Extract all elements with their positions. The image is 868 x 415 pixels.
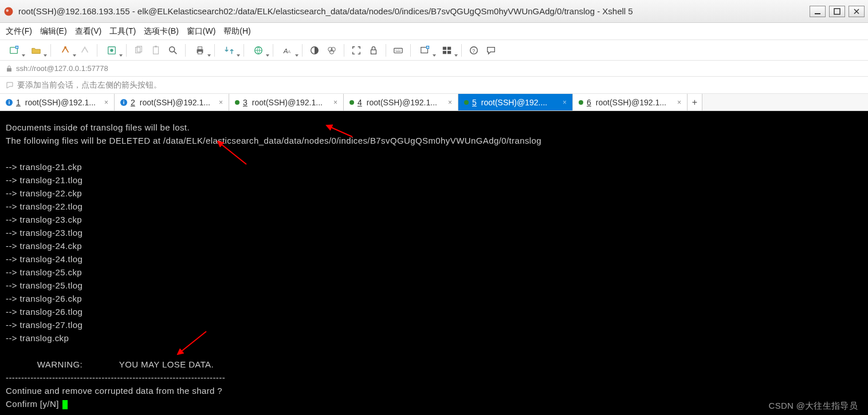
chat-icon[interactable] xyxy=(484,43,498,58)
term-line: --> translog-23.tlog xyxy=(6,228,83,238)
menu-tools[interactable]: 工具(T) xyxy=(109,26,136,37)
paste-button[interactable] xyxy=(148,43,163,58)
svg-text:A: A xyxy=(288,49,291,54)
print-button[interactable] xyxy=(190,43,210,58)
hint-bar: 要添加当前会话，点击左侧的箭头按钮。 xyxy=(0,77,868,94)
separator xyxy=(97,44,97,57)
svg-point-6 xyxy=(64,46,66,48)
info-icon: i xyxy=(120,99,127,106)
svg-rect-11 xyxy=(154,46,159,54)
lock-button[interactable] xyxy=(366,43,381,58)
separator xyxy=(50,44,51,57)
tab-close-icon[interactable]: × xyxy=(104,98,108,106)
svg-rect-3 xyxy=(834,9,840,14)
menu-edit[interactable]: 编辑(E) xyxy=(40,26,67,37)
terminal-output[interactable]: Documents inside of translog files will … xyxy=(0,111,868,415)
term-line: --> translog-26.tlog xyxy=(6,307,83,317)
svg-text:?: ? xyxy=(472,48,475,53)
svg-point-13 xyxy=(170,46,175,52)
properties-button[interactable] xyxy=(102,43,121,58)
reconnect-button[interactable] xyxy=(56,43,75,58)
window-title: root(SSH)@192.168.193.155 - elk@ELKelast… xyxy=(18,6,810,16)
menu-options[interactable]: 选项卡(B) xyxy=(144,26,179,37)
tab-close-icon[interactable]: × xyxy=(219,98,223,106)
color-scheme-button[interactable] xyxy=(307,43,322,58)
maximize-button[interactable] xyxy=(829,6,845,17)
term-line: Documents inside of translog files will … xyxy=(6,122,190,132)
tab-close-icon[interactable]: × xyxy=(563,98,567,106)
menu-view[interactable]: 查看(V) xyxy=(75,26,102,37)
tab-close-icon[interactable]: × xyxy=(333,98,337,106)
address-bar: ssh://root@127.0.0.1:57778 xyxy=(0,61,868,77)
svg-rect-24 xyxy=(371,50,376,54)
keyboard-button[interactable] xyxy=(391,43,406,58)
term-line: --> translog-25.ckp xyxy=(6,267,82,277)
term-line: --> translog-26.ckp xyxy=(6,294,82,303)
separator xyxy=(302,44,303,57)
svg-rect-28 xyxy=(443,46,446,49)
hint-text: 要添加当前会话，点击左侧的箭头按钮。 xyxy=(17,80,162,90)
session-tab-5[interactable]: 5 root(SSH)@192....× xyxy=(458,94,573,110)
title-bar: root(SSH)@192.168.193.155 - elk@ELKelast… xyxy=(0,0,868,23)
separator xyxy=(126,44,127,57)
session-tab-3[interactable]: 3 root(SSH)@192.1...× xyxy=(229,94,344,110)
arrow-hint-icon xyxy=(6,81,14,89)
tab-close-icon[interactable]: × xyxy=(677,98,681,106)
svg-rect-12 xyxy=(155,45,157,47)
separator xyxy=(243,44,244,57)
tab-label: root(SSH)@192.1... xyxy=(25,98,96,107)
tab-number: 5 xyxy=(472,98,477,107)
svg-rect-16 xyxy=(198,51,202,54)
term-line: --> translog-24.tlog xyxy=(6,254,83,264)
minimize-button[interactable] xyxy=(810,6,826,17)
info-icon: i xyxy=(6,99,13,106)
svg-point-1 xyxy=(6,9,9,12)
term-line: --> translog-27.tlog xyxy=(6,320,83,330)
disconnect-button[interactable] xyxy=(77,43,92,58)
menu-bar: 文件(F) 编辑(E) 查看(V) 工具(T) 选项卡(B) 窗口(W) 帮助(… xyxy=(0,23,868,40)
new-window-button[interactable] xyxy=(415,43,435,58)
menu-window[interactable]: 窗口(W) xyxy=(187,26,216,37)
menu-file[interactable]: 文件(F) xyxy=(6,26,32,37)
color-schemes-button[interactable] xyxy=(324,43,339,58)
transfer-button[interactable] xyxy=(219,43,239,58)
svg-rect-30 xyxy=(443,50,446,53)
session-tab-1[interactable]: i1 root(SSH)@192.1...× xyxy=(0,94,115,110)
term-line: --> translog.ckp xyxy=(6,333,69,343)
session-tab-6[interactable]: 6 root(SSH)@192.1...× xyxy=(573,94,688,110)
session-tab-2[interactable]: i2 root(SSH)@192.1...× xyxy=(115,94,229,110)
font-button[interactable]: AA xyxy=(278,43,297,58)
tab-strip: i1 root(SSH)@192.1...×i2 root(SSH)@192.1… xyxy=(0,94,868,111)
tab-label: root(SSH)@192.1... xyxy=(367,98,437,107)
menu-help[interactable]: 帮助(H) xyxy=(223,26,250,37)
annotation-arrow-icon xyxy=(172,329,212,357)
copy-button[interactable] xyxy=(131,43,146,58)
status-dot-icon xyxy=(349,100,354,105)
svg-point-8 xyxy=(110,49,113,52)
close-button[interactable] xyxy=(849,6,865,17)
browser-button[interactable] xyxy=(249,43,268,58)
separator xyxy=(410,44,411,57)
svg-rect-25 xyxy=(394,48,402,53)
svg-rect-31 xyxy=(447,50,451,53)
watermark: CSDN @大往生指导员 xyxy=(769,401,858,412)
status-dot-icon xyxy=(235,100,239,105)
new-tab-button[interactable]: + xyxy=(688,94,702,110)
tab-close-icon[interactable]: × xyxy=(448,98,452,106)
term-line: --> translog-23.ckp xyxy=(6,215,82,224)
fullscreen-button[interactable] xyxy=(349,43,364,58)
term-line: Continue and remove corrupted data from … xyxy=(6,386,222,396)
open-button[interactable] xyxy=(26,43,46,58)
session-tab-4[interactable]: 4 root(SSH)@192.1...× xyxy=(344,94,458,110)
address-text[interactable]: ssh://root@127.0.0.1:57778 xyxy=(16,64,108,73)
tile-button[interactable] xyxy=(437,43,457,58)
lock-icon xyxy=(6,65,13,72)
term-line: --> translog-22.tlog xyxy=(6,201,83,211)
tab-number: 1 xyxy=(16,98,21,107)
term-line: --> translog-22.ckp xyxy=(6,188,82,198)
help-button[interactable]: ? xyxy=(466,43,481,58)
new-session-button[interactable] xyxy=(5,43,24,58)
find-button[interactable] xyxy=(166,43,180,58)
svg-rect-29 xyxy=(447,46,451,49)
separator xyxy=(461,44,462,57)
